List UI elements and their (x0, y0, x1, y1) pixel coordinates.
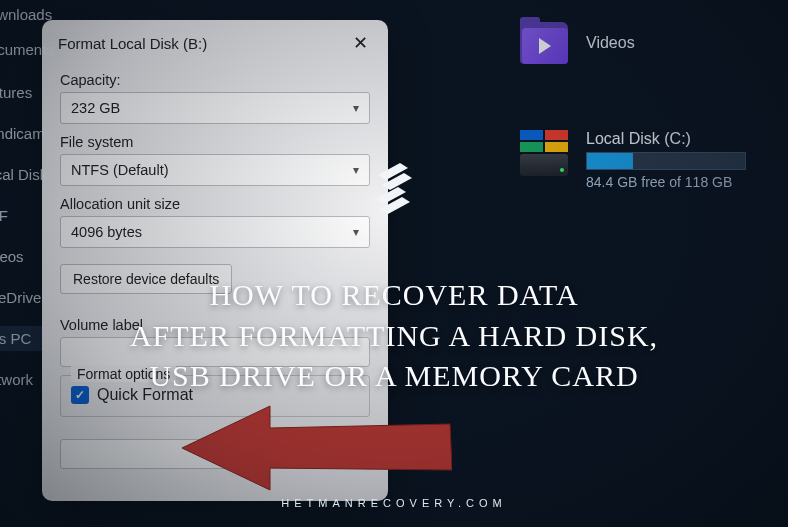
headline-line-1: HOW TO RECOVER DATA (40, 275, 748, 316)
format-dialog: Format Local Disk (B:) ✕ Capacity: 232 G… (42, 20, 388, 501)
dialog-title: Format Local Disk (B:) (58, 35, 207, 52)
videos-folder[interactable]: Videos (520, 22, 635, 64)
brand-logo-icon (354, 155, 434, 235)
disk-free-text: 84.4 GB free of 118 GB (586, 174, 746, 190)
disk-label: Local Disk (C:) (586, 130, 746, 148)
chevron-down-icon: ▾ (353, 101, 359, 115)
allocation-value: 4096 bytes (71, 224, 142, 240)
headline: HOW TO RECOVER DATA AFTER FORMATTING A H… (0, 275, 788, 397)
close-icon[interactable]: ✕ (347, 30, 374, 56)
drive-icon (520, 130, 568, 178)
local-disk-c[interactable]: Local Disk (C:) 84.4 GB free of 118 GB (520, 130, 746, 190)
filesystem-select[interactable]: NTFS (Default) ▾ (60, 154, 370, 186)
capacity-select[interactable]: 232 GB ▾ (60, 92, 370, 124)
allocation-select[interactable]: 4096 bytes ▾ (60, 216, 370, 248)
folder-icon (520, 22, 568, 64)
filesystem-label: File system (60, 134, 370, 150)
capacity-value: 232 GB (71, 100, 120, 116)
play-icon (539, 38, 551, 54)
bottom-field[interactable] (60, 439, 370, 469)
headline-line-3: USB DRIVE OR A MEMORY CARD (40, 356, 748, 397)
capacity-label: Capacity: (60, 72, 370, 88)
headline-line-2: AFTER FORMATTING A HARD DISK, (40, 316, 748, 357)
footer-site: HETMANRECOVERY.COM (0, 497, 788, 509)
disk-usage-bar (586, 152, 746, 170)
videos-label: Videos (586, 34, 635, 52)
filesystem-value: NTFS (Default) (71, 162, 169, 178)
allocation-label: Allocation unit size (60, 196, 370, 212)
